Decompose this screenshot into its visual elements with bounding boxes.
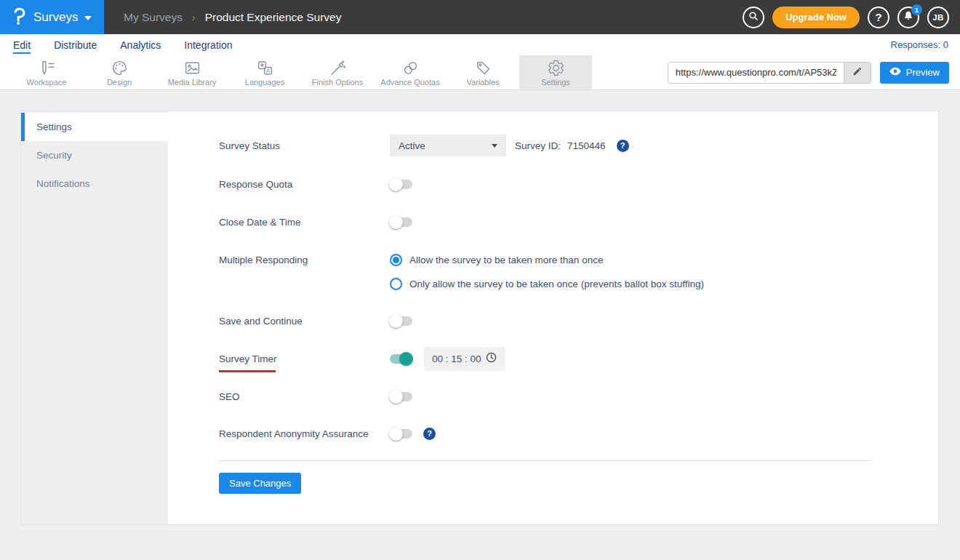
tab-integration[interactable]: Integration xyxy=(184,39,232,51)
breadcrumb-my-surveys[interactable]: My Surveys xyxy=(124,11,183,24)
toggle-knob xyxy=(389,215,403,229)
multiple-responding-row: Multiple Responding Allow the survey to … xyxy=(219,249,603,271)
toolbar-item-settings[interactable]: Settings xyxy=(519,55,592,89)
settings-form: Survey Status Active Survey ID: 7150446 … xyxy=(21,111,938,524)
response-quota-row: Response Quota xyxy=(219,173,412,195)
page-title: Product Experience Survey xyxy=(205,11,342,24)
svg-text:A: A xyxy=(265,68,270,74)
multiple-responding-row-2: Only allow the survey to be taken once (… xyxy=(390,273,704,295)
survey-status-row: Survey Status Active Survey ID: 7150446 … xyxy=(219,135,629,156)
survey-timer-toggle[interactable] xyxy=(390,354,412,364)
breadcrumb: My Surveys › Product Experience Survey xyxy=(124,11,341,24)
chevron-down-icon xyxy=(492,144,497,148)
close-date-toggle[interactable] xyxy=(390,217,412,227)
preview-button[interactable]: Preview xyxy=(880,62,949,84)
survey-id-help-icon[interactable]: ? xyxy=(617,140,629,152)
svg-text:★: ★ xyxy=(259,62,264,68)
response-quota-label: Response Quota xyxy=(219,179,390,190)
pencil-icon xyxy=(852,66,863,79)
top-header: Surveys My Surveys › Product Experience … xyxy=(0,0,960,34)
clock-icon xyxy=(485,351,497,366)
responses-count: Responses: 0 xyxy=(891,39,949,50)
seo-row: SEO xyxy=(219,385,412,407)
upgrade-now-button[interactable]: Upgrade Now xyxy=(772,7,860,28)
product-switcher[interactable]: Surveys xyxy=(0,0,104,34)
toolbar-item-media-library[interactable]: Media Library xyxy=(156,55,228,89)
survey-status-dropdown[interactable]: Active xyxy=(390,135,506,156)
chevron-down-icon xyxy=(84,16,92,20)
close-date-row: Close Date & Time xyxy=(219,211,412,233)
tab-edit[interactable]: Edit xyxy=(13,39,31,51)
translate-icon: ★A xyxy=(256,59,274,77)
anonymity-help-icon[interactable]: ? xyxy=(423,428,436,440)
survey-status-value: Active xyxy=(399,140,425,151)
notifications-button[interactable]: 1 xyxy=(897,7,919,28)
radio-only-once[interactable] xyxy=(390,278,402,290)
survey-timer-label: Survey Timer xyxy=(219,353,390,364)
survey-status-label: Survey Status xyxy=(219,140,390,151)
survey-timer-value: 00 : 15 : 00 xyxy=(432,353,481,364)
tab-analytics[interactable]: Analytics xyxy=(120,39,161,51)
search-icon xyxy=(748,10,759,24)
toggle-knob xyxy=(389,390,403,404)
toggle-knob xyxy=(399,352,413,366)
save-changes-button[interactable]: Save Changes xyxy=(219,473,301,494)
survey-url-box xyxy=(668,62,871,84)
survey-url-input[interactable] xyxy=(668,63,844,83)
toolbar-item-languages[interactable]: ★A Languages xyxy=(228,55,301,89)
edit-toolbar: Workspace Design Media Library ★A Langua… xyxy=(0,55,960,90)
palette-icon xyxy=(111,59,129,77)
header-actions: Upgrade Now ? 1 JB xyxy=(743,7,960,28)
survey-id-label: Survey ID: xyxy=(515,140,561,151)
toolbar-item-advance-quotas[interactable]: Advance Quotas xyxy=(374,55,447,89)
toggle-knob xyxy=(389,177,403,191)
anonymity-toggle[interactable] xyxy=(390,429,412,439)
save-continue-row: Save and Continue xyxy=(219,310,412,332)
response-quota-toggle[interactable] xyxy=(390,180,412,189)
help-button[interactable]: ? xyxy=(868,7,889,28)
image-icon xyxy=(183,59,201,77)
tag-icon xyxy=(474,59,492,77)
gear-icon xyxy=(547,59,565,77)
radio-allow-multiple[interactable] xyxy=(390,254,402,266)
toggle-knob xyxy=(389,314,403,328)
close-date-label: Close Date & Time xyxy=(219,217,390,228)
toggle-knob xyxy=(389,427,403,441)
survey-nav-tabs: Edit Distribute Analytics Integration Re… xyxy=(0,34,960,55)
multiple-responding-label: Multiple Responding xyxy=(219,255,390,265)
toolbar-item-finish-options[interactable]: Finish Options xyxy=(301,55,374,89)
settings-page: Settings Security Notifications Survey S… xyxy=(0,90,960,560)
seo-label: SEO xyxy=(219,391,390,402)
chain-links-icon xyxy=(401,59,420,77)
questionpro-logo-icon xyxy=(12,6,27,28)
save-continue-label: Save and Continue xyxy=(219,316,390,327)
survey-id-value: 7150446 xyxy=(567,140,606,151)
breadcrumb-separator: › xyxy=(192,12,196,23)
user-avatar[interactable]: JB xyxy=(927,7,949,28)
toolbar-item-variables[interactable]: Variables xyxy=(447,55,519,89)
radio-allow-multiple-label: Allow the survey to be taken more than o… xyxy=(409,255,603,265)
anonymity-label: Respondent Anonymity Assurance xyxy=(219,428,390,439)
tab-distribute[interactable]: Distribute xyxy=(54,39,97,51)
toolbar-item-design[interactable]: Design xyxy=(83,55,156,89)
settings-card: Settings Security Notifications Survey S… xyxy=(20,111,939,525)
edit-url-button[interactable] xyxy=(844,63,871,83)
seo-toggle[interactable] xyxy=(390,392,412,401)
magic-wand-icon xyxy=(329,59,347,77)
survey-timer-duration-field[interactable]: 00 : 15 : 00 xyxy=(424,347,505,371)
workspace-icon xyxy=(38,59,56,77)
toolbar-item-workspace[interactable]: Workspace xyxy=(10,55,83,89)
survey-timer-annotation-underline xyxy=(219,370,276,372)
eye-icon xyxy=(889,67,901,78)
share-url-area: Preview xyxy=(668,55,960,89)
notification-badge: 1 xyxy=(911,4,922,15)
radio-only-once-label: Only allow the survey to be taken once (… xyxy=(409,279,704,289)
form-divider xyxy=(219,460,872,461)
anonymity-row: Respondent Anonymity Assurance ? xyxy=(219,423,436,444)
save-continue-toggle[interactable] xyxy=(390,316,412,326)
survey-timer-row: Survey Timer 00 : 15 : 00 xyxy=(219,346,505,371)
product-menu-label: Surveys xyxy=(33,10,78,25)
search-button[interactable] xyxy=(743,7,764,28)
